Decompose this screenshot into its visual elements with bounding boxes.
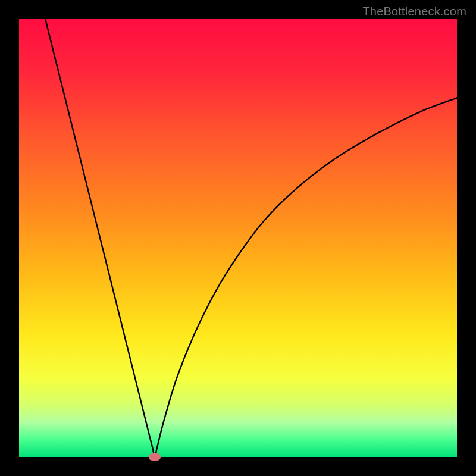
curve-svg bbox=[19, 19, 457, 457]
watermark-text: TheBottleneck.com bbox=[362, 5, 466, 18]
chart-frame: TheBottleneck.com bbox=[0, 0, 476, 476]
bottleneck-curve-path bbox=[45, 19, 457, 457]
minimum-marker bbox=[149, 453, 161, 461]
plot-area bbox=[19, 19, 457, 457]
